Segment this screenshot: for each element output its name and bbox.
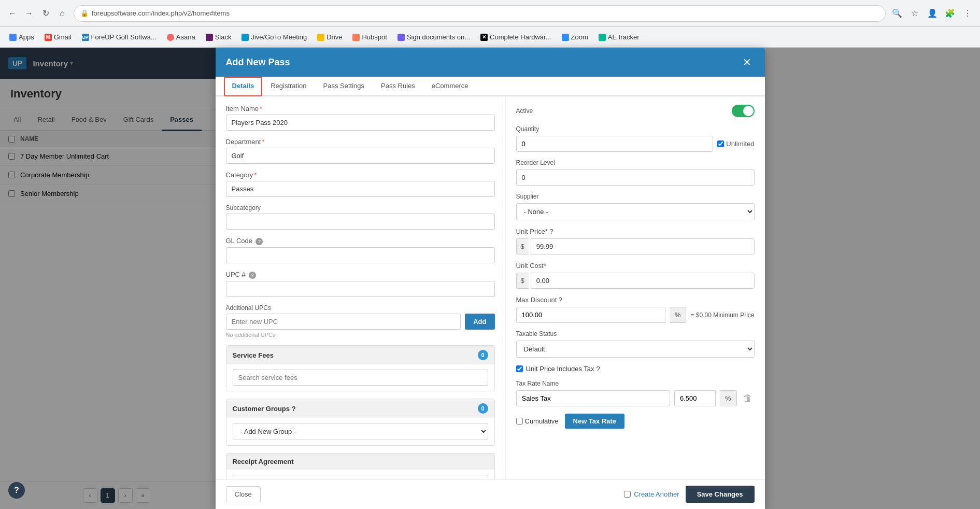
tax-pct-symbol: % <box>720 390 737 406</box>
tab-ecommerce[interactable]: eCommerce <box>423 77 477 96</box>
bookmark-foreup[interactable]: UP ForeUP Golf Softwa... <box>78 31 161 43</box>
tax-rate-name-label: Tax Rate Name <box>516 380 755 387</box>
search-fees-input[interactable] <box>233 370 488 386</box>
address-bar[interactable]: 🔒 foreupsoftware.com/index.php/v2/home#i… <box>74 5 886 22</box>
bookmark-zoom[interactable]: Zoom <box>558 31 592 43</box>
bookmark-ae-label: AE tracker <box>608 33 640 41</box>
save-changes-button[interactable]: Save Changes <box>686 486 755 503</box>
tab-pass-rules[interactable]: Pass Rules <box>373 77 423 96</box>
category-input[interactable] <box>226 181 495 197</box>
customer-groups-info-icon[interactable]: ? <box>292 405 296 413</box>
modal-title: Add New Pass <box>226 57 290 68</box>
delete-tax-rate-button[interactable]: 🗑 <box>741 393 755 404</box>
browser-icons: 🔍 ☆ 👤 🧩 ⋮ <box>890 6 975 21</box>
modal-close-button[interactable]: ✕ <box>740 55 755 69</box>
max-discount-info-icon[interactable]: ? <box>559 296 562 304</box>
modal-tabs: Details Registration Pass Settings Pass … <box>216 77 765 96</box>
unlimited-checkbox[interactable] <box>717 140 724 147</box>
new-upc-input[interactable] <box>226 314 461 330</box>
bookmark-ae[interactable]: AE tracker <box>594 31 644 43</box>
home-button[interactable]: ⌂ <box>55 6 69 21</box>
profile-icon[interactable]: 👤 <box>925 6 940 21</box>
quantity-row: Unlimited <box>516 136 755 152</box>
subcategory-input[interactable] <box>226 214 495 230</box>
jive-icon <box>242 34 249 41</box>
star-icon[interactable]: ☆ <box>907 6 922 21</box>
refresh-button[interactable]: ↻ <box>38 6 53 21</box>
upc-input[interactable] <box>226 281 495 297</box>
active-toggle[interactable] <box>732 105 755 117</box>
supplier-label: Supplier <box>516 193 755 200</box>
forward-button[interactable]: → <box>22 6 36 21</box>
tax-rate-name-input[interactable] <box>516 390 670 406</box>
back-button[interactable]: ← <box>5 6 20 21</box>
item-name-input[interactable] <box>226 115 495 131</box>
ae-icon <box>599 34 606 41</box>
customer-groups-header[interactable]: Customer Groups ? 0 <box>226 399 494 418</box>
additional-upcs-label: Additional UPCs <box>226 304 495 312</box>
department-label: Department* <box>226 138 495 146</box>
bookmark-apps[interactable]: Apps <box>5 31 38 43</box>
tab-details[interactable]: Details <box>224 77 263 96</box>
service-fees-header[interactable]: Service Fees 0 <box>226 346 494 364</box>
search-icon[interactable]: 🔍 <box>890 6 904 21</box>
quantity-input[interactable] <box>516 136 714 152</box>
bookmark-sign[interactable]: Sign documents on... <box>393 31 474 43</box>
bookmarks-bar: Apps M Gmail UP ForeUP Golf Softwa... As… <box>0 27 980 48</box>
max-discount-input[interactable] <box>516 307 665 323</box>
help-button[interactable]: ? <box>8 482 25 499</box>
tab-registration[interactable]: Registration <box>262 77 315 96</box>
new-tax-rate-button[interactable]: New Tax Rate <box>565 414 625 429</box>
add-upc-button[interactable]: Add <box>465 314 494 330</box>
unit-price-input[interactable] <box>531 238 755 254</box>
customer-group-select[interactable]: - Add New Group - <box>233 423 488 440</box>
bookmark-drive[interactable]: Drive <box>313 31 346 43</box>
unit-cost-input[interactable] <box>531 273 755 289</box>
receipt-agreement-input[interactable] <box>233 475 488 479</box>
item-name-label: Item Name* <box>226 105 495 112</box>
bookmark-gmail-label: Gmail <box>54 33 72 41</box>
upc-info-icon[interactable]: ? <box>249 272 256 279</box>
create-another-checkbox[interactable] <box>624 491 631 498</box>
department-input[interactable] <box>226 148 495 164</box>
bookmark-jive[interactable]: Jive/GoTo Meeting <box>237 31 311 43</box>
bookmark-hubspot[interactable]: Hubspot <box>348 31 391 43</box>
service-fees-badge: 0 <box>478 350 488 360</box>
browser-nav[interactable]: ← → ↻ ⌂ <box>5 6 69 21</box>
includes-tax-info-icon[interactable]: ? <box>596 365 600 373</box>
unit-cost-group: Unit Cost* $ <box>516 262 755 289</box>
close-button[interactable]: Close <box>226 486 261 502</box>
bookmark-gmail[interactable]: M Gmail <box>40 31 76 43</box>
tax-rate-pct-input[interactable] <box>674 390 716 406</box>
modal-right-panel: Active Quantity Unlimi <box>506 96 765 479</box>
receipt-agreement-header[interactable]: Receipt Agreement <box>226 454 494 470</box>
taxable-status-select[interactable]: Default <box>516 341 755 358</box>
no-upcs-note: No additional UPCs <box>226 332 495 338</box>
hubspot-icon <box>352 34 360 41</box>
supplier-select[interactable]: - None - <box>516 203 755 220</box>
gl-code-info-icon[interactable]: ? <box>255 238 263 245</box>
bookmark-sign-label: Sign documents on... <box>407 33 470 41</box>
gmail-icon: M <box>45 34 52 41</box>
cumulative-checkbox[interactable] <box>516 418 523 425</box>
item-name-group: Item Name* <box>226 105 495 131</box>
customer-groups-section: Customer Groups ? 0 - Add New Group - <box>226 399 495 446</box>
max-discount-group: Max Discount ? % = $0.00 Minimum Price <box>516 296 755 323</box>
reorder-level-input[interactable] <box>516 169 755 186</box>
bookmark-complete[interactable]: ✕ Complete Hardwar... <box>476 31 556 43</box>
modal-header: Add New Pass ✕ <box>216 48 765 77</box>
bookmark-slack-label: Slack <box>215 33 232 41</box>
unit-price-includes-tax-checkbox[interactable] <box>516 365 523 372</box>
create-another-row: Create Another <box>624 490 679 498</box>
bookmark-complete-label: Complete Hardwar... <box>490 33 551 41</box>
extension-icon[interactable]: 🧩 <box>943 6 957 21</box>
menu-icon[interactable]: ⋮ <box>960 6 975 21</box>
tab-pass-settings[interactable]: Pass Settings <box>315 77 373 96</box>
department-group: Department* <box>226 138 495 164</box>
bookmark-asana[interactable]: Asana <box>163 31 200 43</box>
modal-left-panel: Item Name* Department* Category* <box>216 96 506 479</box>
gl-code-input[interactable] <box>226 247 495 263</box>
cumulative-label: Cumulative <box>525 417 559 425</box>
bookmark-slack[interactable]: Slack <box>202 31 236 43</box>
unit-price-info-icon[interactable]: ? <box>549 228 553 235</box>
